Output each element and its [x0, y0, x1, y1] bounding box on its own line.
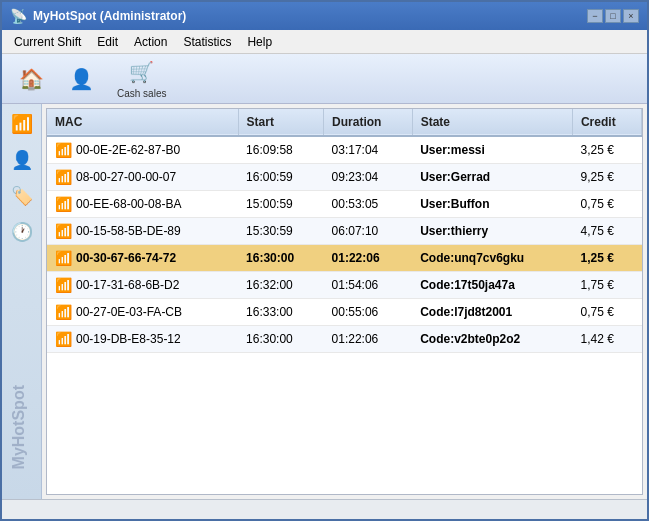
wifi-signal-icon: 📶	[55, 169, 72, 185]
window-controls: − □ ×	[587, 9, 639, 23]
sidebar-user-button[interactable]: 👤	[6, 144, 38, 176]
menu-bar: Current Shift Edit Action Statistics Hel…	[2, 30, 647, 54]
sessions-table: MAC Start Duration State Credit 📶 00-0E-…	[47, 109, 642, 353]
home-icon: 🏠	[17, 65, 45, 93]
wifi-signal-icon: 📶	[55, 304, 72, 320]
sidebar-wifi-button[interactable]: 📶	[6, 108, 38, 140]
table-header-row: MAC Start Duration State Credit	[47, 109, 642, 136]
cell-mac: 📶 00-0E-2E-62-87-B0	[47, 136, 238, 164]
cell-start: 15:00:59	[238, 191, 324, 218]
wifi-signal-icon: 📶	[55, 250, 72, 266]
status-bar	[2, 499, 647, 519]
col-mac: MAC	[47, 109, 238, 136]
table-row[interactable]: 📶 00-30-67-66-74-72 16:30:00 01:22:06 Co…	[47, 245, 642, 272]
cell-start: 16:33:00	[238, 299, 324, 326]
close-button[interactable]: ×	[623, 9, 639, 23]
cell-start: 16:00:59	[238, 164, 324, 191]
cell-duration: 01:22:06	[324, 245, 413, 272]
cell-state: Code:l7jd8t2001	[412, 299, 572, 326]
content-area: 📶 👤 🏷️ 🕐 MAC Start Duration Stat	[2, 104, 647, 499]
menu-help[interactable]: Help	[239, 33, 280, 51]
maximize-button[interactable]: □	[605, 9, 621, 23]
sidebar-user-icon: 👤	[11, 149, 33, 171]
table-row[interactable]: 📶 00-27-0E-03-FA-CB 16:33:00 00:55:06 Co…	[47, 299, 642, 326]
col-duration: Duration	[324, 109, 413, 136]
col-start: Start	[238, 109, 324, 136]
cell-state: User:Buffon	[412, 191, 572, 218]
cell-state: Code:unq7cv6gku	[412, 245, 572, 272]
cell-mac: 📶 00-17-31-68-6B-D2	[47, 272, 238, 299]
table-row[interactable]: 📶 00-15-58-5B-DE-89 15:30:59 06:07:10 Us…	[47, 218, 642, 245]
cell-mac: 📶 08-00-27-00-00-07	[47, 164, 238, 191]
wifi-signal-icon: 📶	[55, 142, 72, 158]
cell-duration: 00:53:05	[324, 191, 413, 218]
cell-state: Code:17t50ja47a	[412, 272, 572, 299]
cell-mac: 📶 00-EE-68-00-08-BA	[47, 191, 238, 218]
watermark: MyHotSpot	[10, 385, 28, 469]
cell-start: 16:30:00	[238, 245, 324, 272]
cell-credit: 1,75 €	[572, 272, 641, 299]
cell-credit: 9,25 €	[572, 164, 641, 191]
cell-start: 16:32:00	[238, 272, 324, 299]
table-row[interactable]: 📶 08-00-27-00-00-07 16:00:59 09:23:04 Us…	[47, 164, 642, 191]
sidebar-tag-icon: 🏷️	[11, 185, 33, 207]
cell-credit: 1,25 €	[572, 245, 641, 272]
sidebar-wifi-icon: 📶	[11, 113, 33, 135]
toolbar-user-button[interactable]: 👤	[60, 60, 102, 98]
cell-start: 16:09:58	[238, 136, 324, 164]
cell-credit: 1,42 €	[572, 326, 641, 353]
user-icon: 👤	[67, 65, 95, 93]
menu-statistics[interactable]: Statistics	[175, 33, 239, 51]
menu-action[interactable]: Action	[126, 33, 175, 51]
cell-state: User:messi	[412, 136, 572, 164]
sidebar-clock-button[interactable]: 🕐	[6, 216, 38, 248]
cell-credit: 0,75 €	[572, 191, 641, 218]
cell-credit: 3,25 €	[572, 136, 641, 164]
table-row[interactable]: 📶 00-EE-68-00-08-BA 15:00:59 00:53:05 Us…	[47, 191, 642, 218]
cell-state: Code:v2bte0p2o2	[412, 326, 572, 353]
main-window: 📡 MyHotSpot (Administrator) − □ × Curren…	[0, 0, 649, 521]
cell-credit: 4,75 €	[572, 218, 641, 245]
menu-current-shift[interactable]: Current Shift	[6, 33, 89, 51]
cell-state: User:Gerrad	[412, 164, 572, 191]
toolbar-home-button[interactable]: 🏠	[10, 60, 52, 98]
cell-mac: 📶 00-30-67-66-74-72	[47, 245, 238, 272]
wifi-signal-icon: 📶	[55, 196, 72, 212]
cart-icon: 🛒	[128, 58, 156, 86]
cell-start: 15:30:59	[238, 218, 324, 245]
title-bar-left: 📡 MyHotSpot (Administrator)	[10, 8, 186, 24]
cell-duration: 06:07:10	[324, 218, 413, 245]
toolbar: 🏠 👤 🛒 Cash sales	[2, 54, 647, 104]
toolbar-cash-sales-button[interactable]: 🛒 Cash sales	[110, 53, 173, 104]
cell-duration: 03:17:04	[324, 136, 413, 164]
cell-duration: 01:54:06	[324, 272, 413, 299]
title-bar: 📡 MyHotSpot (Administrator) − □ ×	[2, 2, 647, 30]
window-title: MyHotSpot (Administrator)	[33, 9, 186, 23]
cell-duration: 09:23:04	[324, 164, 413, 191]
wifi-signal-icon: 📶	[55, 277, 72, 293]
cell-credit: 0,75 €	[572, 299, 641, 326]
app-icon: 📡	[10, 8, 27, 24]
wifi-signal-icon: 📶	[55, 331, 72, 347]
cell-state: User:thierry	[412, 218, 572, 245]
cell-duration: 01:22:06	[324, 326, 413, 353]
table-row[interactable]: 📶 00-17-31-68-6B-D2 16:32:00 01:54:06 Co…	[47, 272, 642, 299]
sidebar-clock-icon: 🕐	[11, 221, 33, 243]
table-row[interactable]: 📶 00-0E-2E-62-87-B0 16:09:58 03:17:04 Us…	[47, 136, 642, 164]
cell-mac: 📶 00-15-58-5B-DE-89	[47, 218, 238, 245]
sidebar-tag-button[interactable]: 🏷️	[6, 180, 38, 212]
cell-mac: 📶 00-19-DB-E8-35-12	[47, 326, 238, 353]
wifi-signal-icon: 📶	[55, 223, 72, 239]
table-row[interactable]: 📶 00-19-DB-E8-35-12 16:30:00 01:22:06 Co…	[47, 326, 642, 353]
cash-sales-label: Cash sales	[117, 88, 166, 99]
sessions-table-container[interactable]: MAC Start Duration State Credit 📶 00-0E-…	[46, 108, 643, 495]
col-credit: Credit	[572, 109, 641, 136]
cell-duration: 00:55:06	[324, 299, 413, 326]
minimize-button[interactable]: −	[587, 9, 603, 23]
cell-mac: 📶 00-27-0E-03-FA-CB	[47, 299, 238, 326]
menu-edit[interactable]: Edit	[89, 33, 126, 51]
col-state: State	[412, 109, 572, 136]
cell-start: 16:30:00	[238, 326, 324, 353]
